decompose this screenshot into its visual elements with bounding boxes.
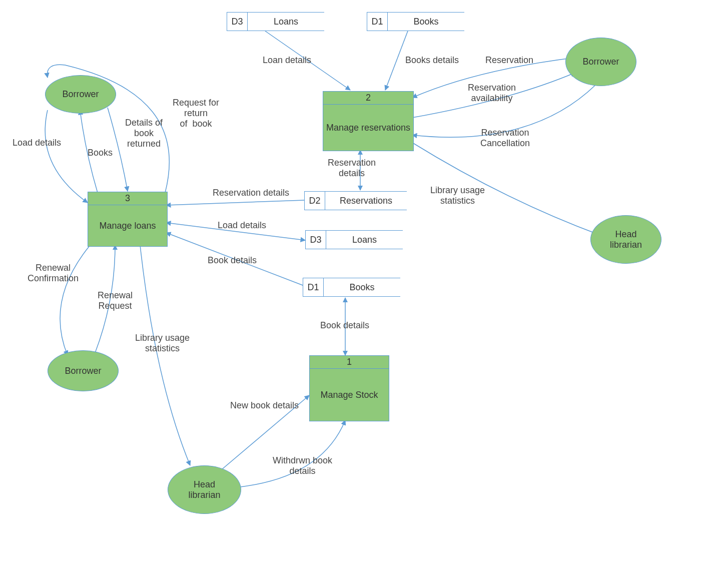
flow-reservation-availability: Reservation availability: [468, 83, 516, 104]
datastore-label: Reservations: [325, 192, 407, 210]
flow-books-left: Books: [88, 148, 113, 158]
entity-borrower-top-left: Borrower: [45, 75, 116, 114]
flow-loan-details-top: Loan details: [263, 55, 311, 66]
flow-details-of-book-returned: Details of book returned: [125, 118, 163, 149]
process-label: Manage loans: [88, 205, 167, 246]
flow-reservation: Reservation: [485, 55, 533, 66]
datastore-d3-loans-top: D3 Loans: [227, 12, 324, 31]
flow-reservation-cancellation: Reservation Cancellation: [480, 128, 530, 149]
flow-new-book-details: New book details: [230, 400, 299, 411]
datastore-d2-reservations: D2 Reservations: [304, 191, 407, 210]
flow-reservation-details-vertical: Reservation details: [328, 158, 376, 179]
flow-withdrawn-book-details: Withdrwn book details: [273, 455, 332, 476]
process-label: Manage reservations: [323, 105, 413, 151]
entity-head-librarian-right: Head librarian: [590, 215, 661, 264]
datastore-label: Loans: [248, 13, 324, 31]
datastore-id: D1: [367, 13, 388, 31]
flow-books-details-top: Books details: [405, 55, 459, 66]
process-3-manage-loans: 3 Manage loans: [88, 192, 168, 247]
datastore-d3-loans-mid: D3 Loans: [305, 230, 403, 249]
process-2-manage-reservations: 2 Manage reservations: [323, 91, 414, 151]
process-number: 2: [323, 92, 413, 105]
flow-load-details-left: Load details: [13, 138, 61, 148]
datastore-id: D2: [305, 192, 325, 210]
entity-head-librarian-bottom: Head librarian: [168, 465, 241, 514]
process-number: 1: [310, 356, 389, 369]
entity-label: Borrower: [65, 366, 101, 376]
entity-label: Borrower: [62, 89, 99, 100]
flow-renewal-request: Renewal Request: [98, 290, 133, 311]
flow-renewal-confirmation: Renewal Confirmation: [28, 263, 79, 284]
flow-request-for-return: Request for return of book: [173, 98, 219, 129]
datastore-label: Books: [324, 278, 400, 296]
flow-library-usage-stats-left: Library usage statistics: [135, 333, 190, 354]
entity-borrower-top-right: Borrower: [565, 38, 636, 86]
flow-load-details-mid: Load details: [218, 220, 266, 231]
process-number: 3: [88, 192, 167, 205]
datastore-label: Books: [388, 13, 464, 31]
datastore-id: D1: [303, 278, 324, 296]
datastore-d1-books-mid: D1 Books: [303, 278, 400, 297]
flow-library-usage-stats-right: Library usage statistics: [430, 185, 485, 206]
datastore-id: D3: [306, 231, 326, 249]
entity-borrower-bottom-left: Borrower: [48, 350, 119, 391]
entity-label: Borrower: [582, 57, 619, 67]
flow-book-details-mid: Book details: [208, 255, 257, 266]
datastore-id: D3: [227, 13, 248, 31]
flow-book-details-vertical: Book details: [320, 320, 369, 331]
entity-label: Head librarian: [610, 229, 642, 250]
entity-label: Head librarian: [188, 479, 220, 500]
process-label: Manage Stock: [310, 369, 389, 421]
flow-reservation-details-horizontal: Reservation details: [213, 188, 289, 198]
datastore-d1-books-top: D1 Books: [367, 12, 464, 31]
process-1-manage-stock: 1 Manage Stock: [309, 355, 389, 421]
datastore-label: Loans: [326, 231, 403, 249]
